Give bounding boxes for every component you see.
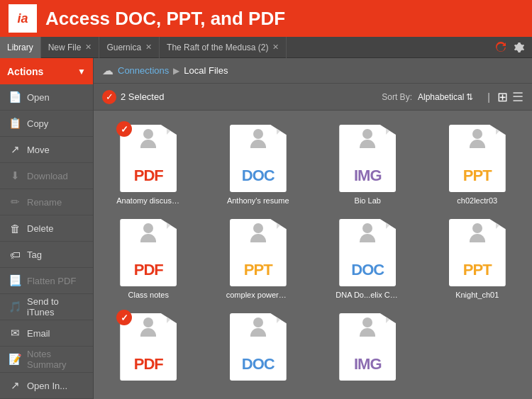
file-icon-partial3: IMG xyxy=(339,313,396,381)
tab-new-file-label: New File xyxy=(48,43,82,52)
tab-raft-close[interactable]: ✕ xyxy=(272,43,279,52)
breadcrumb-connections[interactable]: Connections xyxy=(118,65,169,76)
file-type-knight: PPT xyxy=(463,261,492,279)
sidebar-item-delete[interactable]: 🗑 Delete xyxy=(0,215,93,242)
sort-area: Sort By: Alphabetical ⇅ | ⊞ ☰ xyxy=(382,89,523,105)
file-icon-knight: PPT xyxy=(449,219,506,286)
download-icon: ⬇ xyxy=(7,169,23,182)
file-type-anthony: DOC xyxy=(242,167,275,185)
file-name-dna: DNA Do...elix Ch11 xyxy=(336,291,399,299)
sidebar-header-label: Actions xyxy=(7,66,43,77)
file-item-classnotes[interactable]: PDF Class notes xyxy=(94,212,204,306)
move-icon: ↗ xyxy=(7,143,23,156)
file-type-dna: DOC xyxy=(351,261,384,279)
selected-count: 2 Selected xyxy=(121,91,164,102)
file-item-partial3[interactable]: IMG xyxy=(313,306,423,392)
file-user-anatomy xyxy=(138,129,159,150)
file-user-partial1 xyxy=(138,317,159,339)
file-name-complex: complex powerpoint xyxy=(226,291,290,299)
open-icon: 📄 xyxy=(7,91,23,103)
file-name-anthony: Anthony's resume xyxy=(227,196,289,205)
delete-icon: 🗑 xyxy=(7,223,23,235)
open-in-icon: ↗ xyxy=(7,379,23,392)
file-icon-anthony: DOC xyxy=(230,125,287,192)
sidebar-item-download-label: Download xyxy=(27,171,68,181)
sidebar-item-open[interactable]: 📄 Open xyxy=(0,84,93,111)
sidebar-item-open-in[interactable]: ↗ Open In... xyxy=(0,373,93,399)
tab-guernica-label: Guernica xyxy=(106,43,141,52)
sidebar-header[interactable]: Actions ▼ xyxy=(0,58,93,84)
sidebar-item-rename: ✏ Rename xyxy=(0,189,93,215)
copy-icon: 📋 xyxy=(7,117,23,130)
file-user-knight xyxy=(467,223,488,245)
list-view-btn[interactable]: ☰ xyxy=(512,89,523,105)
file-icon-complex: PPT xyxy=(230,219,287,286)
sidebar-item-move-label: Move xyxy=(27,145,50,155)
sort-value[interactable]: Alphabetical ⇅ xyxy=(418,92,473,102)
flatten-icon: 📃 xyxy=(7,274,23,287)
file-item-biolab[interactable]: IMG Bio Lab xyxy=(313,118,423,212)
file-item-complex[interactable]: PPT complex powerpoint xyxy=(204,212,314,306)
view-toggle: | ⊞ ☰ xyxy=(484,89,523,105)
tag-icon: 🏷 xyxy=(7,249,23,261)
tab-library[interactable]: Library xyxy=(0,37,41,58)
file-user-partial3 xyxy=(357,317,378,339)
selected-check-icon: ✓ xyxy=(102,90,116,104)
file-item-anthony[interactable]: DOC Anthony's resume xyxy=(204,118,314,212)
tab-raft[interactable]: The Raft of the Medusa (2) ✕ xyxy=(160,37,287,58)
file-name-classnotes: Class notes xyxy=(128,291,169,299)
file-grid: PDF ✓ Anatomy discussion DOC Anthony's r… xyxy=(94,111,532,399)
file-type-anatomy: PDF xyxy=(134,167,163,185)
tab-bar: Library New File ✕ Guernica ✕ The Raft o… xyxy=(0,37,532,58)
sidebar-item-open-in-label: Open In... xyxy=(27,381,67,391)
settings-icon[interactable] xyxy=(512,40,526,55)
file-user-partial2 xyxy=(248,317,269,339)
tab-new-file-close[interactable]: ✕ xyxy=(85,43,92,52)
sidebar-item-copy[interactable]: 📋 Copy xyxy=(0,111,93,137)
itunes-icon: 🎵 xyxy=(7,300,23,313)
sort-label: Sort By: xyxy=(382,92,412,102)
tab-icons xyxy=(494,40,532,55)
file-user-dna xyxy=(357,223,378,245)
file-user-ch02 xyxy=(467,129,488,150)
sidebar-item-download: ⬇ Download xyxy=(0,163,93,189)
file-type-classnotes: PDF xyxy=(134,261,163,279)
file-item-anatomy[interactable]: PDF ✓ Anatomy discussion xyxy=(94,118,204,212)
sidebar-item-move[interactable]: ↗ Move xyxy=(0,137,93,163)
email-icon: ✉ xyxy=(7,327,23,339)
tab-guernica[interactable]: Guernica ✕ xyxy=(99,37,160,58)
file-user-anthony xyxy=(248,129,269,150)
app-title: Access DOC, PPT, and PDF xyxy=(45,8,285,30)
file-name-knight: Knight_ch01 xyxy=(455,291,499,299)
file-item-ch02[interactable]: PPT ch02lectr03 xyxy=(423,118,533,212)
file-icon-biolab: IMG xyxy=(339,125,396,192)
file-type-ch02: PPT xyxy=(463,167,492,185)
sidebar-item-itunes[interactable]: 🎵 Send to iTunes xyxy=(0,294,93,320)
grid-view-btn[interactable]: ⊞ xyxy=(497,89,508,105)
sidebar-item-copy-label: Copy xyxy=(27,118,48,129)
sidebar-item-rename-label: Rename xyxy=(27,197,62,208)
file-icon-ch02: PPT xyxy=(449,125,506,192)
tab-guernica-close[interactable]: ✕ xyxy=(145,43,152,52)
sidebar-item-tag[interactable]: 🏷 Tag xyxy=(0,242,93,268)
reload-icon[interactable] xyxy=(494,40,508,55)
file-item-dna[interactable]: DOC DNA Do...elix Ch11 xyxy=(313,212,423,306)
app-header: ia Access DOC, PPT, and PDF xyxy=(0,0,532,37)
file-icon-anatomy: PDF ✓ xyxy=(120,125,177,192)
file-icon-dna: DOC xyxy=(339,219,396,286)
file-item-knight[interactable]: PPT Knight_ch01 xyxy=(423,212,533,306)
main-layout: Actions ▼ 📄 Open 📋 Copy ↗ Move ⬇ Downloa… xyxy=(0,58,532,399)
file-item-partial1[interactable]: PDF ✓ xyxy=(94,306,204,392)
sidebar-item-notes-label: Notes Summary xyxy=(27,349,86,370)
file-item-partial2[interactable]: DOC xyxy=(204,306,314,392)
sidebar-item-email-label: Email xyxy=(27,328,50,339)
sidebar-item-email[interactable]: ✉ Email xyxy=(0,320,93,347)
file-type-partial3: IMG xyxy=(354,355,382,373)
tab-library-label: Library xyxy=(7,43,33,52)
sidebar-item-flatten: 📃 Flatten PDF xyxy=(0,268,93,294)
breadcrumb-separator: ▶ xyxy=(173,66,179,76)
tab-new-file[interactable]: New File ✕ xyxy=(41,37,100,58)
file-type-complex: PPT xyxy=(244,261,272,279)
breadcrumb-current: Local Files xyxy=(184,65,228,76)
file-name-ch02: ch02lectr03 xyxy=(457,196,497,205)
